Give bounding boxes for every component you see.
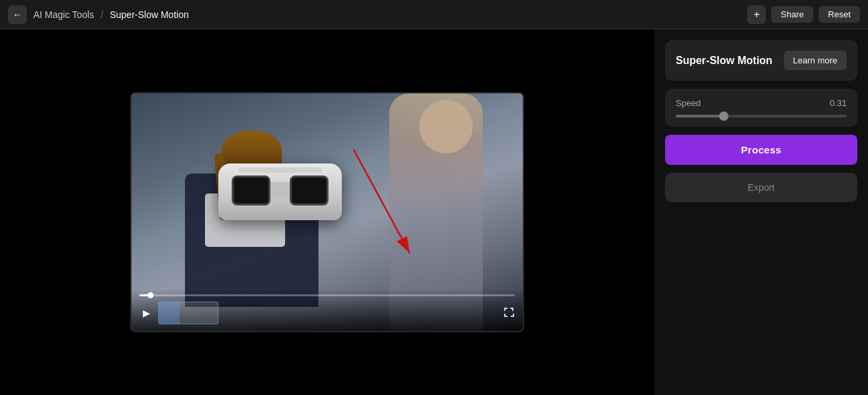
fullscreen-button[interactable] <box>503 306 515 320</box>
video-area: ▶ <box>0 29 654 395</box>
progress-fill <box>140 294 151 296</box>
process-button[interactable]: Process <box>665 135 857 165</box>
controls-row: ▶ <box>140 302 515 324</box>
play-button[interactable]: ▶ <box>140 306 153 320</box>
timeline-mini[interactable] <box>158 302 218 324</box>
slider-thumb[interactable] <box>719 111 728 121</box>
slider-fill <box>676 115 724 117</box>
share-button[interactable]: Share <box>771 6 813 23</box>
header-left: ← AI Magic Tools / Super-Slow Motion <box>8 5 189 24</box>
speed-card: Speed 0.31 <box>665 89 857 127</box>
title-card: Super-Slow Motion Learn more <box>665 40 857 81</box>
main-content: ▶ Super-Slow Motion Learn more <box>0 29 868 395</box>
header-right: + Share Reset <box>747 5 860 24</box>
export-card: Export <box>665 173 857 202</box>
speed-value: 0.31 <box>830 98 847 108</box>
speed-slider[interactable] <box>676 115 847 117</box>
video-container[interactable]: ▶ <box>130 92 524 332</box>
export-button[interactable]: Export <box>665 173 857 202</box>
right-panel: Super-Slow Motion Learn more Speed 0.31 … <box>654 29 868 395</box>
breadcrumb-separator: / <box>101 9 103 20</box>
panel-title: Super-Slow Motion <box>676 55 773 67</box>
add-button[interactable]: + <box>747 5 766 24</box>
speed-label: Speed <box>676 98 701 108</box>
fullscreen-icon <box>503 306 515 318</box>
controls-left: ▶ <box>140 302 218 324</box>
header: ← AI Magic Tools / Super-Slow Motion + S… <box>0 0 868 29</box>
breadcrumb: AI Magic Tools / Super-Slow Motion <box>33 9 189 20</box>
progress-thumb <box>148 292 154 298</box>
speed-row: Speed 0.31 <box>676 98 847 108</box>
reset-button[interactable]: Reset <box>819 6 860 23</box>
video-controls: ▶ <box>132 289 523 331</box>
back-button[interactable]: ← <box>8 5 27 24</box>
progress-bar[interactable] <box>140 294 515 296</box>
breadcrumb-current: Super-Slow Motion <box>110 9 188 20</box>
timeline-mini-fill <box>159 302 180 324</box>
breadcrumb-parent: AI Magic Tools <box>33 9 94 20</box>
learn-more-button[interactable]: Learn more <box>784 51 847 70</box>
